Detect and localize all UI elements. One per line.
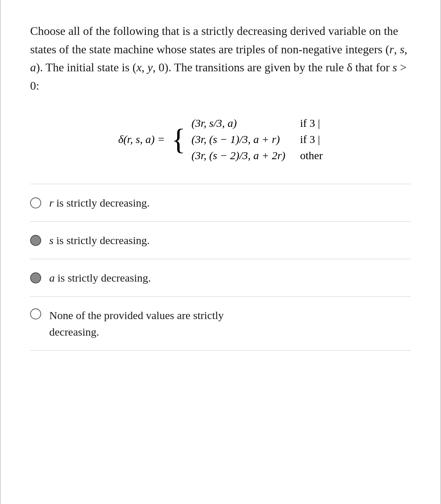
option-a-radio[interactable] (30, 272, 41, 283)
case-1-expr: (3r, s/3, a) (191, 117, 286, 129)
option-s-label: s is strictly decreasing. (49, 232, 150, 249)
option-r-row[interactable]: r is strictly decreasing. (30, 184, 411, 222)
page-container: Choose all of the following that is a st… (0, 0, 441, 504)
brace-cases: { (3r, s/3, a) if 3 | (3r, (s − 1)/3, a … (172, 117, 323, 162)
options-section: r is strictly decreasing. s is strictly … (30, 184, 411, 351)
option-s-radio[interactable] (30, 235, 41, 246)
option-r-radio[interactable] (30, 197, 41, 208)
option-a-row[interactable]: a is strictly decreasing. (30, 259, 411, 297)
case-3-cond: other (300, 149, 323, 162)
option-a-label: a is strictly decreasing. (49, 269, 151, 286)
left-brace: { (172, 125, 186, 154)
question-text: Choose all of the following that is a st… (30, 22, 411, 95)
case-1-cond: if 3 | (300, 117, 323, 129)
option-r-label: r is strictly decreasing. (49, 194, 150, 211)
delta-lhs: δ(r, s, a) = (118, 133, 165, 146)
option-none-label: None of the provided values are strictly… (49, 307, 224, 340)
delta-equation: δ(r, s, a) = { (3r, s/3, a) if 3 | (3r, … (30, 117, 411, 162)
option-none-row[interactable]: None of the provided values are strictly… (30, 297, 411, 351)
option-s-row[interactable]: s is strictly decreasing. (30, 222, 411, 259)
case-2-cond: if 3 | (300, 133, 323, 146)
cases-grid: (3r, s/3, a) if 3 | (3r, (s − 1)/3, a + … (191, 117, 323, 162)
case-3-expr: (3r, (s − 2)/3, a + 2r) (191, 149, 286, 162)
case-2-expr: (3r, (s − 1)/3, a + r) (191, 133, 286, 146)
option-none-radio[interactable] (30, 308, 41, 319)
